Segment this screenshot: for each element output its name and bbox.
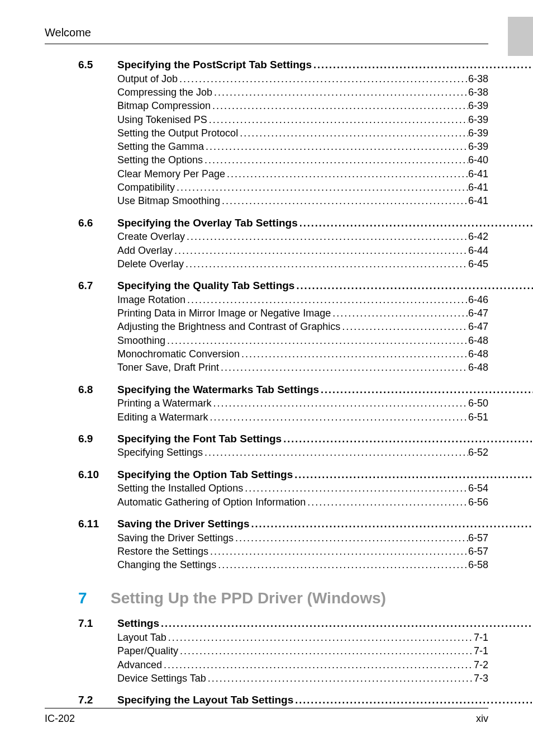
dot-leader xyxy=(211,99,468,112)
subsection-page: 6-38 xyxy=(468,72,488,86)
footer: IC-202 xiv xyxy=(45,708,488,725)
subsection-title: Specifying Settings xyxy=(117,446,203,459)
dot-leader xyxy=(185,230,468,243)
toc-subsection-row: Specifying Settings6-52 xyxy=(117,446,488,459)
subsection-title: Use Bitmap Smoothing xyxy=(117,194,220,207)
section-number: 6.6 xyxy=(78,216,117,230)
toc-section: 7.1Settings7-1Layout Tab7-1Paper/Quality… xyxy=(78,616,488,685)
toc-section-row: 6.6Specifying the Overlay Tab Settings6-… xyxy=(78,216,488,230)
subsection-page: 6-51 xyxy=(468,410,488,424)
toc-subsection-row: Smoothing6-48 xyxy=(117,334,488,347)
dot-leader xyxy=(204,140,468,153)
toc-section: 6.8Specifying the Watermarks Tab Setting… xyxy=(78,382,488,424)
toc-subsection-row: Image Rotation6-46 xyxy=(117,293,488,306)
section-number: 7.2 xyxy=(78,693,117,707)
subsection-page: 6-44 xyxy=(468,244,488,257)
toc-section: 6.5Specifying the PostScript Tab Setting… xyxy=(78,58,488,208)
section-title: Specifying the Quality Tab Settings xyxy=(117,278,294,293)
toc-subsection-list: Create Overlay6-42Add Overlay6-44Delete … xyxy=(78,230,488,271)
dot-leader xyxy=(216,558,468,571)
subsection-page: 6-50 xyxy=(468,396,488,410)
subsection-page: 6-39 xyxy=(468,113,488,126)
section-title: Specifying the Overlay Tab Settings xyxy=(117,216,298,230)
subsection-title: Advanced xyxy=(117,658,162,672)
dot-leader xyxy=(175,181,468,194)
toc-subsection-row: Advanced7-2 xyxy=(117,658,488,672)
dot-leader xyxy=(238,126,468,140)
toc-section-row: 6.9Specifying the Font Tab Settings6-52 xyxy=(78,432,488,446)
toc-subsection-list: Output of Job6-38Compressing the Job6-38… xyxy=(78,72,488,208)
subsection-title: Printing a Watermark xyxy=(117,396,211,410)
subsection-page: 6-39 xyxy=(468,140,488,153)
section-title: Specifying the PostScript Tab Settings xyxy=(117,58,312,72)
dot-leader xyxy=(340,320,468,333)
subsection-page: 7-1 xyxy=(474,644,488,658)
toc-section-row: 6.10Specifying the Option Tab Settings6-… xyxy=(78,467,488,482)
section-number: 6.11 xyxy=(78,517,117,531)
toc-subsection-row: Using Tokenised PS6-39 xyxy=(117,113,488,126)
toc-subsection-row: Restore the Settings6-57 xyxy=(117,545,488,558)
toc-subsection-row: Printing a Watermark6-50 xyxy=(117,396,488,410)
subsection-title: Smoothing xyxy=(117,334,165,347)
subsection-page: 6-41 xyxy=(468,194,488,207)
toc-subsection-row: Bitmap Compression6-39 xyxy=(117,99,488,112)
toc-subsection-row: Adjusting the Brightness and Contrast of… xyxy=(117,320,488,333)
toc-section-row: 6.8Specifying the Watermarks Tab Setting… xyxy=(78,382,488,397)
page: Welcome 6.5Specifying the PostScript Tab… xyxy=(0,0,533,756)
dot-leader xyxy=(178,644,474,658)
dot-leader xyxy=(203,446,468,459)
subsection-page: 6-58 xyxy=(468,558,488,571)
section-title: Specifying the Font Tab Settings xyxy=(117,432,282,446)
subsection-page: 6-42 xyxy=(468,230,488,243)
toc-section-row: 6.11Saving the Driver Settings6-57 xyxy=(78,517,488,531)
toc-subsection-row: Device Settings Tab7-3 xyxy=(117,672,488,685)
subsection-page: 7-2 xyxy=(474,658,488,672)
dot-leader xyxy=(219,361,468,374)
toc-subsection-row: Setting the Output Protocol6-39 xyxy=(117,126,488,140)
footer-left: IC-202 xyxy=(45,712,75,725)
dot-leader xyxy=(203,153,468,167)
section-title: Specifying the Watermarks Tab Settings xyxy=(117,382,319,397)
subsection-title: Add Overlay xyxy=(117,244,173,257)
dot-leader xyxy=(165,334,468,347)
subsection-title: Create Overlay xyxy=(117,230,185,243)
subsection-page: 6-47 xyxy=(468,306,488,320)
subsection-title: Saving the Driver Settings xyxy=(117,531,234,545)
dot-leader xyxy=(293,468,533,481)
section-number: 6.8 xyxy=(78,382,117,397)
dot-leader xyxy=(207,113,468,126)
subsection-page: 7-3 xyxy=(474,672,488,685)
subsection-page: 7-1 xyxy=(474,631,488,644)
subsection-title: Compatibility xyxy=(117,181,175,194)
dot-leader xyxy=(208,410,468,424)
subsection-page: 6-39 xyxy=(468,99,488,112)
subsection-title: Setting the Gamma xyxy=(117,140,204,153)
dot-leader xyxy=(240,347,468,361)
dot-leader xyxy=(294,279,533,292)
subsection-title: Restore the Settings xyxy=(117,545,208,558)
toc-subsection-row: Printing Data in Mirror Image or Negativ… xyxy=(117,306,488,320)
toc-subsection-list: Image Rotation6-46Printing Data in Mirro… xyxy=(78,293,488,375)
toc-section: 6.10Specifying the Option Tab Settings6-… xyxy=(78,467,488,509)
toc-subsection-row: Output of Job6-38 xyxy=(117,72,488,86)
section-title: Specifying the Layout Tab Settings xyxy=(117,693,293,707)
dot-leader xyxy=(331,306,468,320)
toc-section: 6.9Specifying the Font Tab Settings6-52S… xyxy=(78,432,488,460)
footer-right: xiv xyxy=(476,712,488,725)
dot-leader xyxy=(173,244,468,257)
dot-leader xyxy=(184,257,468,271)
subsection-title: Toner Save, Draft Print xyxy=(117,361,219,374)
subsection-page: 6-48 xyxy=(468,347,488,361)
dot-leader xyxy=(243,481,468,495)
toc-section: 7.2Specifying the Layout Tab Settings7-4 xyxy=(78,693,488,707)
toc-subsection-list: Setting the Installed Options6-54Automat… xyxy=(78,481,488,509)
toc-section: 6.11Saving the Driver Settings6-57Saving… xyxy=(78,517,488,572)
section-title: Specifying the Option Tab Settings xyxy=(117,467,293,482)
subsection-page: 6-39 xyxy=(468,126,488,140)
toc-subsection-row: Changing the Settings6-58 xyxy=(117,558,488,571)
dot-leader xyxy=(185,293,468,306)
section-number: 6.10 xyxy=(78,467,117,482)
subsection-page: 6-47 xyxy=(468,320,488,333)
toc-subsection-row: Setting the Gamma6-39 xyxy=(117,140,488,153)
subsection-page: 6-40 xyxy=(468,153,488,167)
